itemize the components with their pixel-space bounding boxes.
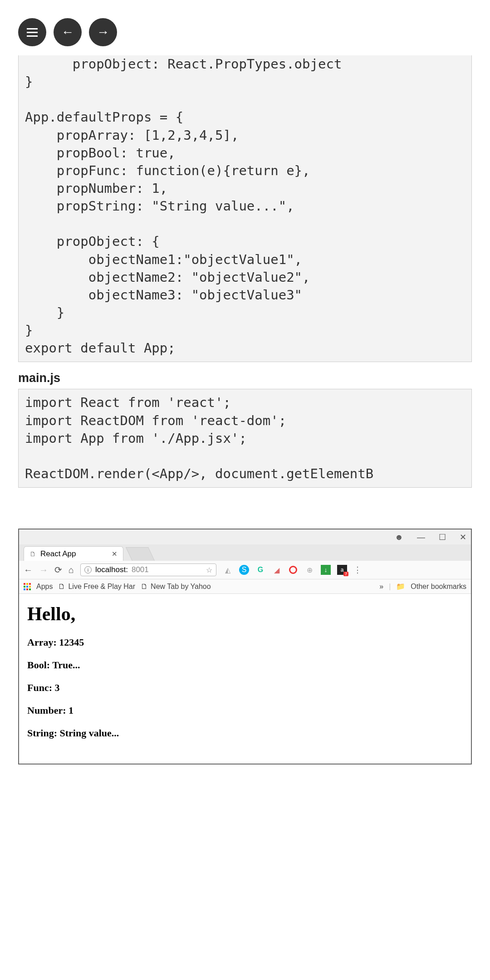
other-bookmarks-label[interactable]: Other bookmarks — [411, 583, 466, 591]
output-heading: Hello, — [27, 603, 463, 625]
bookmarks-bar: Apps 🗋Live Free & Play Har 🗋New Tab by Y… — [19, 579, 471, 594]
page-icon: 🗋 — [58, 583, 65, 591]
globe-icon[interactable]: ⊕ — [304, 565, 314, 575]
tab-strip: 🗋 React App ✕ — [19, 544, 471, 561]
address-bar-row: ← → ⟳ ⌂ i localhost:8001 ☆ ◭ S G ◢ ⊕ ↓ a… — [19, 561, 471, 579]
apps-grid-icon[interactable] — [24, 583, 31, 590]
apps-label[interactable]: Apps — [36, 583, 53, 591]
home-icon[interactable]: ⌂ — [69, 565, 74, 575]
output-number: Number: 1 — [27, 705, 463, 716]
url-host: localhost: — [95, 565, 128, 574]
opera-icon[interactable] — [288, 565, 298, 575]
close-window-icon: ✕ — [460, 532, 466, 542]
page-icon: 🗋 — [141, 583, 148, 591]
browser-tab[interactable]: 🗋 React App ✕ — [24, 546, 123, 561]
code-block-app: propObject: React.PropTypes.object } App… — [18, 55, 472, 362]
filename-label: main.js — [18, 371, 472, 385]
overflow-chevron-icon[interactable]: » — [379, 583, 383, 591]
folder-icon: 📁 — [396, 582, 405, 591]
output-array: Array: 12345 — [27, 637, 463, 648]
user-icon: ☻ — [395, 533, 403, 542]
download-icon[interactable]: ↓ — [321, 565, 331, 575]
window-titlebar: ☻ — ☐ ✕ — [19, 529, 471, 545]
minimize-icon: — — [417, 533, 425, 542]
arrow-right-icon: → — [97, 25, 109, 39]
output-string: String: String value... — [27, 727, 463, 739]
menu-button[interactable] — [18, 18, 46, 46]
output-func: Func: 3 — [27, 682, 463, 694]
browser-screenshot: ☻ — ☐ ✕ 🗋 React App ✕ ← → ⟳ ⌂ i localhos… — [18, 529, 472, 764]
forward-button[interactable]: → — [89, 18, 117, 46]
code-block-main: import React from 'react'; import ReactD… — [18, 389, 472, 488]
top-nav-bar: ← → — [0, 0, 490, 55]
site-info-icon[interactable]: i — [84, 566, 92, 573]
new-tab-button[interactable] — [126, 547, 155, 561]
page-icon: 🗋 — [29, 550, 36, 558]
drive-icon[interactable]: ◭ — [223, 565, 233, 575]
reload-icon[interactable]: ⟳ — [54, 564, 62, 575]
adobe-icon[interactable]: ◢ — [272, 565, 282, 575]
back-button[interactable]: ← — [54, 18, 82, 46]
grammarly-icon[interactable]: G — [255, 565, 265, 575]
bookmark-item[interactable]: 🗋New Tab by Yahoo — [141, 583, 211, 591]
maximize-icon: ☐ — [439, 532, 446, 542]
more-menu-icon[interactable]: ⋮ — [353, 565, 362, 575]
nav-back-icon[interactable]: ← — [24, 565, 33, 575]
hamburger-icon — [27, 28, 38, 37]
tab-title: React App — [40, 549, 76, 559]
address-bar[interactable]: i localhost:8001 ☆ — [80, 564, 216, 576]
bookmark-label: New Tab by Yahoo — [151, 583, 211, 591]
nav-forward-icon: → — [39, 565, 48, 575]
skype-icon[interactable]: S — [239, 565, 249, 575]
amazon-badge: 7 — [343, 572, 348, 576]
bookmark-star-icon[interactable]: ☆ — [206, 566, 212, 574]
rendered-page: Hello, Array: 12345 Bool: True... Func: … — [19, 594, 471, 764]
amazon-icon[interactable]: a7 — [337, 565, 347, 575]
bookmark-item[interactable]: 🗋Live Free & Play Har — [58, 583, 135, 591]
bookmark-label: Live Free & Play Har — [68, 583, 135, 591]
url-port: 8001 — [132, 565, 149, 574]
tab-close-icon[interactable]: ✕ — [112, 550, 118, 558]
arrow-left-icon: ← — [61, 25, 74, 39]
output-bool: Bool: True... — [27, 659, 463, 671]
